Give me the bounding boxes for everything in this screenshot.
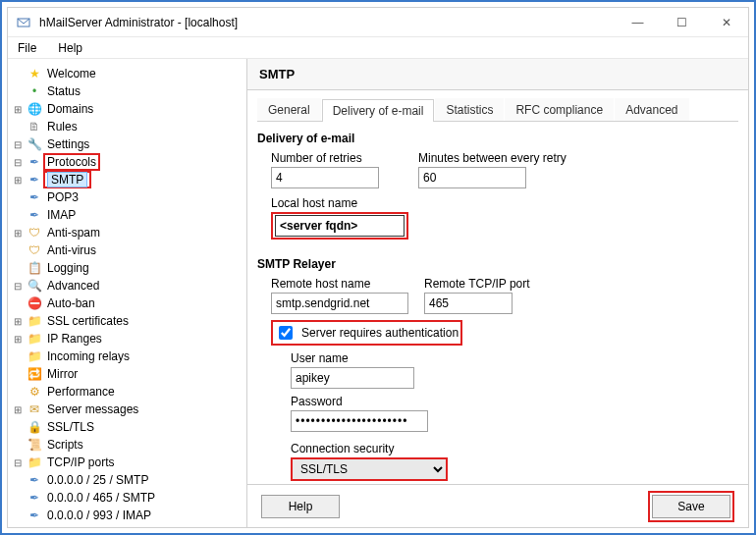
folder-icon: 📁 bbox=[27, 455, 42, 470]
feather-icon: ✒ bbox=[27, 154, 42, 170]
expander-icon[interactable]: ⊞ bbox=[12, 174, 24, 186]
menu-file[interactable]: File bbox=[14, 39, 40, 57]
tab-delivery[interactable]: Delivery of e-mail bbox=[322, 99, 435, 122]
log-icon: 📋 bbox=[27, 260, 42, 276]
tree-port-465[interactable]: ✒0.0.0.0 / 465 / SMTP bbox=[12, 489, 243, 507]
save-button[interactable]: Save bbox=[652, 495, 730, 518]
tree-servermsgs[interactable]: ⊞✉Server messages bbox=[12, 401, 243, 418]
tree-domains[interactable]: ⊞🌐Domains bbox=[12, 100, 243, 118]
expander-icon[interactable]: ⊟ bbox=[12, 156, 24, 168]
remoteport-input[interactable] bbox=[424, 293, 513, 314]
section-relayer-heading: SMTP Relayer bbox=[257, 257, 738, 271]
tabs: General Delivery of e-mail Statistics RF… bbox=[257, 98, 738, 122]
envelope-icon: ✉ bbox=[27, 401, 42, 417]
tree-imap[interactable]: ✒IMAP bbox=[12, 206, 243, 224]
tree-ssltls[interactable]: 🔒SSL/TLS bbox=[12, 418, 243, 436]
expander-icon[interactable]: ⊞ bbox=[12, 315, 24, 327]
tree-settings[interactable]: ⊟🔧Settings bbox=[12, 135, 243, 153]
expander-icon[interactable]: ⊞ bbox=[12, 227, 24, 239]
expander-icon[interactable]: ⊟ bbox=[12, 280, 24, 292]
feather-icon: ✒ bbox=[27, 172, 42, 187]
noentry-icon: ⛔ bbox=[27, 295, 42, 311]
button-bar: Help Save bbox=[247, 484, 748, 527]
minutes-input[interactable] bbox=[418, 167, 526, 188]
navigation-tree[interactable]: ★Welcome •Status ⊞🌐Domains 🗎Rules ⊟🔧Sett… bbox=[8, 59, 247, 527]
rules-icon: 🗎 bbox=[27, 119, 42, 134]
gear-icon: ⚙ bbox=[27, 384, 42, 400]
expander-icon[interactable]: ⊞ bbox=[12, 103, 24, 115]
expander-icon[interactable]: ⊟ bbox=[12, 138, 24, 150]
tree-port-995[interactable]: ✒0.0.0.0 / 995 / POP3 bbox=[12, 524, 243, 527]
minutes-label: Minutes between every retry bbox=[418, 151, 567, 165]
tree-logging[interactable]: 📋Logging bbox=[12, 259, 243, 277]
remotehost-label: Remote host name bbox=[271, 277, 408, 291]
lock-icon: 🔒 bbox=[27, 419, 42, 435]
tree-incoming[interactable]: 📁Incoming relays bbox=[12, 348, 243, 365]
tree-welcome[interactable]: ★Welcome bbox=[12, 65, 243, 82]
titlebar: hMailServer Administrator - [localhost] … bbox=[8, 8, 748, 37]
tree-rules[interactable]: 🗎Rules bbox=[12, 118, 243, 135]
help-button[interactable]: Help bbox=[261, 495, 340, 518]
tree-status[interactable]: •Status bbox=[12, 82, 243, 100]
localhost-input[interactable] bbox=[275, 215, 405, 237]
expander-icon[interactable]: ⊞ bbox=[12, 333, 24, 345]
username-input[interactable] bbox=[291, 367, 414, 389]
connsec-label: Connection security bbox=[291, 442, 738, 455]
content-pane: SMTP General Delivery of e-mail Statisti… bbox=[247, 59, 748, 527]
tree-sslcerts[interactable]: ⊞📁SSL certificates bbox=[12, 312, 243, 330]
section-delivery-heading: Delivery of e-mail bbox=[257, 132, 738, 145]
username-label: User name bbox=[291, 351, 738, 365]
tab-advanced[interactable]: Advanced bbox=[615, 98, 688, 121]
localhost-label: Local host name bbox=[271, 196, 408, 210]
tree-performance[interactable]: ⚙Performance bbox=[12, 383, 243, 401]
tree-advanced[interactable]: ⊟🔍Advanced bbox=[12, 277, 243, 294]
tree-port-993[interactable]: ✒0.0.0.0 / 993 / IMAP bbox=[12, 507, 243, 524]
tree-scripts[interactable]: 📜Scripts bbox=[12, 436, 243, 454]
feather-icon: ✒ bbox=[27, 472, 42, 488]
panel-title: SMTP bbox=[247, 59, 748, 90]
retries-input[interactable] bbox=[271, 167, 379, 188]
tab-statistics[interactable]: Statistics bbox=[435, 98, 504, 121]
menu-help[interactable]: Help bbox=[54, 39, 86, 57]
scroll-icon: 📜 bbox=[27, 437, 42, 453]
tree-protocols[interactable]: ⊟✒Protocols bbox=[12, 153, 243, 171]
folder-icon: 📁 bbox=[27, 348, 42, 364]
menubar: File Help bbox=[8, 37, 748, 59]
tree-port-25[interactable]: ✒0.0.0.0 / 25 / SMTP bbox=[12, 471, 243, 489]
tree-antivirus[interactable]: 🛡Anti-virus bbox=[12, 241, 243, 259]
tab-rfc[interactable]: RFC compliance bbox=[505, 98, 614, 121]
close-button[interactable]: ✕ bbox=[704, 8, 748, 37]
star-icon: ★ bbox=[27, 66, 42, 81]
retries-label: Number of retries bbox=[271, 151, 379, 165]
connsec-select[interactable]: SSL/TLS bbox=[291, 457, 448, 481]
feather-icon: ✒ bbox=[27, 525, 42, 527]
auth-checkbox[interactable] bbox=[279, 326, 293, 340]
feather-icon: ✒ bbox=[27, 207, 42, 223]
app-window: hMailServer Administrator - [localhost] … bbox=[7, 7, 749, 528]
expander-icon[interactable]: ⊞ bbox=[12, 403, 24, 415]
status-icon: • bbox=[27, 83, 42, 99]
tree-ipranges[interactable]: ⊞📁IP Ranges bbox=[12, 330, 243, 348]
feather-icon: ✒ bbox=[27, 490, 42, 506]
window-title: hMailServer Administrator - [localhost] bbox=[39, 16, 238, 29]
tab-general[interactable]: General bbox=[257, 98, 321, 121]
mirror-icon: 🔁 bbox=[27, 366, 42, 382]
tree-antispam[interactable]: ⊞🛡Anti-spam bbox=[12, 224, 243, 241]
maximize-button[interactable]: ☐ bbox=[660, 8, 704, 37]
tree-mirror[interactable]: 🔁Mirror bbox=[12, 365, 243, 383]
tree-tcpip[interactable]: ⊟📁TCP/IP ports bbox=[12, 454, 243, 471]
password-input[interactable] bbox=[291, 410, 428, 432]
globe-icon: 🌐 bbox=[27, 101, 42, 117]
folder-icon: 📁 bbox=[27, 331, 42, 347]
minimize-button[interactable]: — bbox=[616, 8, 660, 37]
remotehost-input[interactable] bbox=[271, 293, 408, 314]
expander-icon[interactable]: ⊟ bbox=[12, 456, 24, 468]
shield-icon: 🛡 bbox=[27, 225, 42, 241]
folder-icon: 📁 bbox=[27, 313, 42, 329]
tree-pop3[interactable]: ✒POP3 bbox=[12, 188, 243, 206]
shield-icon: 🛡 bbox=[27, 242, 42, 258]
app-icon bbox=[16, 15, 31, 30]
tree-smtp[interactable]: ⊞✒SMTP bbox=[12, 171, 243, 188]
tree-autoban[interactable]: ⛔Auto-ban bbox=[12, 294, 243, 312]
password-label: Password bbox=[291, 395, 738, 408]
